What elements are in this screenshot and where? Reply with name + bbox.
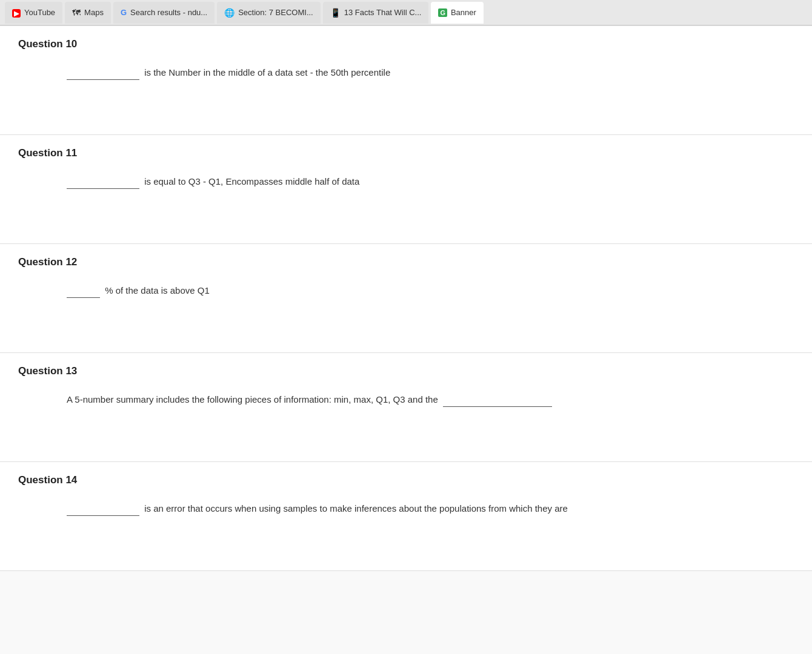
youtube-icon: ▶ [12, 8, 21, 18]
tab-maps-label: Maps [84, 8, 104, 17]
question-10-body: is the Number in the middle of a data se… [144, 67, 390, 78]
question-13-text: A 5-number summary includes the followin… [67, 392, 794, 407]
tab-section-7[interactable]: 🌐 Section: 7 BECOMI... [217, 2, 321, 24]
question-12-label: Question 12 [18, 256, 794, 268]
question-12-blank[interactable] [67, 283, 100, 298]
question-11-blank[interactable] [67, 174, 139, 189]
tab-banner[interactable]: G Banner [431, 2, 483, 24]
question-11-block: Question 11 is equal to Q3 - Q1, Encompa… [0, 135, 812, 244]
question-10-block: Question 10 is the Number in the middle … [0, 26, 812, 135]
tab-search-results-label: Search results - ndu... [130, 8, 207, 17]
question-14-block: Question 14 is an error that occurs when… [0, 462, 812, 571]
question-13-blank[interactable] [443, 392, 552, 407]
question-10-label: Question 10 [18, 38, 794, 50]
question-13-label: Question 13 [18, 365, 794, 377]
question-14-text: is an error that occurs when using sampl… [67, 501, 794, 516]
question-10-text: is the Number in the middle of a data se… [67, 65, 794, 80]
question-11-label: Question 11 [18, 147, 794, 159]
maps-icon: 🗺 [72, 8, 81, 18]
google-search-icon: G [121, 8, 127, 17]
question-13-block: Question 13 A 5-number summary includes … [0, 353, 812, 462]
phone-icon: 📱 [330, 8, 341, 18]
globe-icon: 🌐 [224, 8, 235, 18]
tab-maps[interactable]: 🗺 Maps [65, 2, 111, 24]
tab-13-facts[interactable]: 📱 13 Facts That Will C... [323, 2, 429, 24]
question-12-block: Question 12 % of the data is above Q1 [0, 244, 812, 353]
tab-section-7-label: Section: 7 BECOMI... [238, 8, 313, 17]
tab-banner-label: Banner [451, 8, 476, 17]
tab-youtube-label: YouTube [24, 8, 55, 17]
google-banner-icon: G [438, 8, 447, 17]
question-14-body: is an error that occurs when using sampl… [144, 503, 568, 514]
tab-bar: ▶ YouTube 🗺 Maps G Search results - ndu.… [0, 0, 812, 25]
question-11-text: is equal to Q3 - Q1, Encompasses middle … [67, 174, 794, 189]
content-area: Question 10 is the Number in the middle … [0, 26, 812, 571]
tab-youtube[interactable]: ▶ YouTube [5, 2, 62, 24]
tab-search-results[interactable]: G Search results - ndu... [113, 2, 215, 24]
question-11-body: is equal to Q3 - Q1, Encompasses middle … [144, 176, 359, 187]
question-12-text: % of the data is above Q1 [67, 283, 794, 298]
question-14-blank[interactable] [67, 501, 139, 516]
question-14-label: Question 14 [18, 474, 794, 486]
tab-13-facts-label: 13 Facts That Will C... [344, 8, 422, 17]
question-10-blank[interactable] [67, 65, 139, 80]
question-13-body: A 5-number summary includes the followin… [67, 394, 438, 405]
question-12-body: % of the data is above Q1 [105, 285, 210, 296]
